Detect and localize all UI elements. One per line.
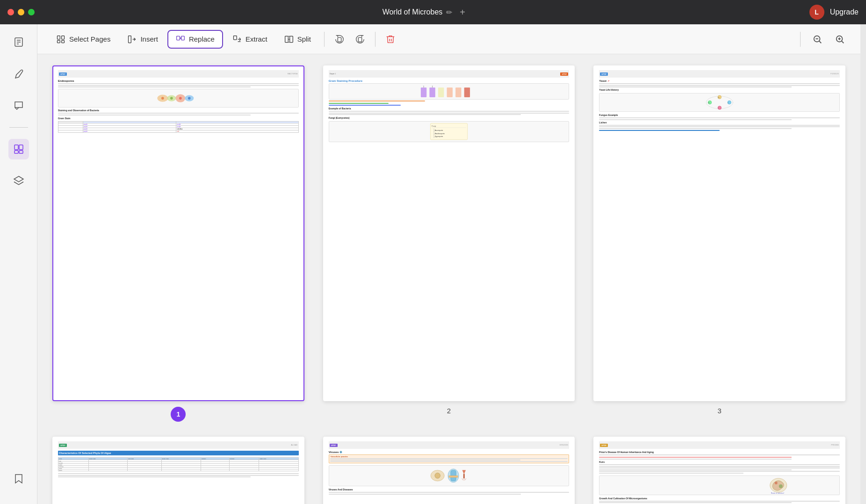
add-tab-button[interactable]: + (460, 7, 465, 18)
svg-rect-18 (181, 36, 185, 40)
svg-line-85 (462, 479, 463, 481)
delete-icon (385, 34, 396, 44)
svg-rect-48 (438, 87, 444, 97)
close-button[interactable] (7, 9, 14, 15)
page-thumbnail-2[interactable]: Chapter 1 UPDF Gram Staining Procedure (323, 65, 575, 401)
svg-text:Fungi: Fungi (432, 125, 436, 127)
left-sidebar (0, 24, 37, 504)
page-content-6: UPDF PRIONS Prion's Disease Of Human Inh… (594, 438, 844, 504)
svg-rect-19 (233, 36, 237, 39)
page-number-2: 2 (447, 407, 451, 415)
svg-point-43 (170, 97, 173, 100)
svg-rect-49 (447, 87, 453, 97)
zoom-out-icon (812, 34, 823, 44)
svg-rect-13 (129, 36, 131, 43)
svg-rect-84 (463, 474, 465, 479)
rotate-left-button[interactable] (330, 30, 349, 49)
zoom-in-button[interactable] (830, 30, 849, 49)
toolbar: Select Pages Insert Replace (37, 24, 860, 54)
page-item-4[interactable]: UPDF ALGAE Characteristics Of Selected P… (52, 437, 304, 504)
svg-text:Zygomycota: Zygomycota (435, 136, 443, 137)
page-thumbnail-3[interactable]: UPDF FUNGUS Yeast ↗ Yeast Life History (593, 65, 845, 401)
toolbar-right (796, 30, 849, 49)
maximize-button[interactable] (28, 9, 35, 15)
rotate-right-button[interactable] (351, 30, 369, 49)
page-item-2[interactable]: Chapter 1 UPDF Gram Staining Procedure (323, 65, 575, 422)
select-pages-label: Select Pages (69, 35, 110, 43)
sidebar-icon-comment[interactable] (8, 95, 29, 116)
page-item-3[interactable]: UPDF FUNGUS Yeast ↗ Yeast Life History (593, 65, 845, 422)
extract-label: Extract (245, 35, 267, 43)
page-item-1[interactable]: UPDF BACTERIA Endospores (52, 65, 304, 422)
replace-label: Replace (189, 35, 215, 43)
page-item-5[interactable]: UPDF VIRUSES Viruses (323, 437, 575, 504)
extract-icon (232, 35, 242, 44)
svg-line-32 (819, 41, 822, 43)
insert-label: Insert (140, 35, 158, 43)
svg-text:2n: 2n (718, 97, 720, 99)
svg-rect-11 (58, 40, 60, 43)
avatar: L (809, 5, 824, 20)
replace-icon (176, 35, 185, 44)
pages-grid: UPDF BACTERIA Endospores (37, 54, 860, 504)
svg-rect-30 (358, 37, 361, 42)
sidebar-icon-bookmark[interactable] (8, 468, 29, 489)
svg-rect-47 (430, 87, 435, 97)
page-content-1: UPDF BACTERIA Endospores (53, 66, 303, 400)
virus-illustration (347, 467, 551, 485)
svg-point-89 (774, 482, 777, 484)
sidebar-icon-document[interactable] (8, 32, 29, 52)
title-bar-right: L Upgrade (809, 5, 859, 20)
page-thumbnail-6[interactable]: UPDF PRIONS Prion's Disease Of Human Inh… (593, 437, 845, 504)
extract-button[interactable]: Extract (225, 31, 275, 48)
svg-line-35 (842, 41, 844, 43)
edit-icon[interactable]: ✏ (446, 8, 452, 17)
svg-text:Basidiomycota: Basidiomycota (435, 133, 445, 135)
svg-rect-5 (19, 145, 23, 150)
zoom-out-button[interactable] (808, 30, 827, 49)
insert-icon (127, 35, 137, 44)
svg-marker-83 (462, 470, 466, 474)
toolbar-divider-1 (324, 32, 325, 47)
sidebar-icon-pen[interactable] (8, 64, 29, 84)
svg-rect-6 (14, 151, 18, 153)
svg-rect-46 (421, 87, 426, 97)
content-area: Select Pages Insert Replace (37, 24, 860, 504)
select-pages-button[interactable]: Select Pages (49, 31, 118, 48)
minimize-button[interactable] (18, 9, 24, 15)
traffic-lights (7, 9, 35, 15)
svg-text:Ascomycota: Ascomycota (435, 130, 443, 132)
delete-button[interactable] (381, 30, 400, 49)
svg-rect-12 (62, 40, 65, 43)
replace-button[interactable]: Replace (167, 30, 223, 49)
svg-point-42 (161, 97, 164, 100)
page-thumbnail-4[interactable]: UPDF ALGAE Characteristics Of Selected P… (52, 437, 304, 504)
svg-rect-29 (338, 37, 341, 42)
rotate-left-icon (334, 34, 345, 44)
fungi-illustration: Fungi Ascomycota Basidiomycota Zygomycot… (353, 122, 545, 141)
svg-point-90 (779, 484, 782, 488)
sidebar-icon-layers[interactable] (8, 171, 29, 191)
upgrade-button[interactable]: Upgrade (830, 8, 859, 16)
sidebar-icon-pages[interactable] (8, 139, 29, 159)
page-thumbnail-5[interactable]: UPDF VIRUSES Viruses (323, 437, 575, 504)
svg-rect-50 (455, 87, 461, 97)
svg-point-45 (188, 97, 191, 100)
page-thumbnail-1[interactable]: UPDF BACTERIA Endospores (52, 65, 304, 401)
page-item-6[interactable]: UPDF PRIONS Prion's Disease Of Human Inh… (593, 437, 845, 504)
document-title: World of Microbes (382, 8, 443, 16)
svg-rect-10 (62, 36, 65, 39)
insert-button[interactable]: Insert (120, 31, 166, 48)
page-number-1: 1 (171, 407, 186, 422)
right-scrollbar[interactable] (860, 24, 866, 504)
page-content-4: UPDF ALGAE Characteristics Of Selected P… (53, 438, 303, 504)
page-number-3: 3 (717, 407, 721, 415)
toolbar-divider-3 (800, 32, 801, 47)
split-button[interactable]: Split (277, 31, 318, 48)
toolbar-divider-2 (375, 32, 375, 47)
select-pages-icon (56, 35, 65, 44)
endospores-illustration (82, 90, 274, 106)
svg-text:2n: 2n (708, 102, 710, 104)
gram-staining-illustration (341, 84, 556, 99)
yeast-lifecycle-illustration: 2n n n 2n (618, 94, 822, 110)
